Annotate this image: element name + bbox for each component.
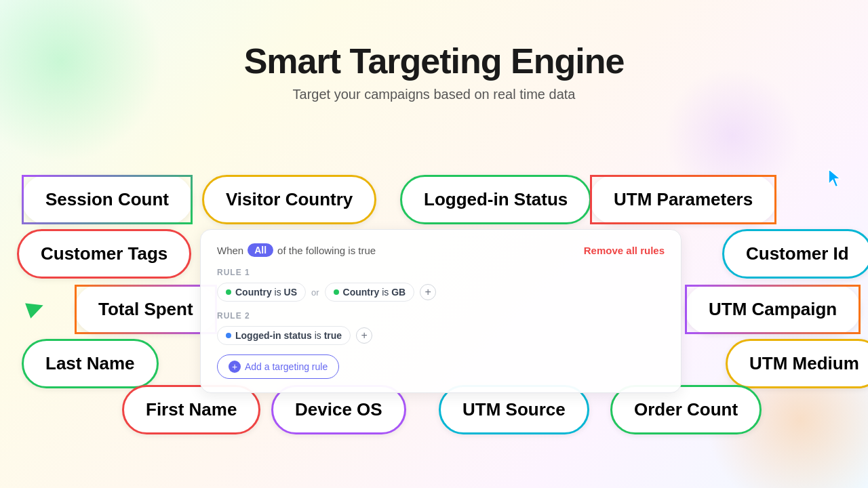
rule-chip-country-us[interactable]: Country is US [217,283,306,302]
rule-1-row: Country is US or Country is GB + [217,283,665,302]
plus-circle-icon: + [229,361,241,373]
pill-customer-tags[interactable]: Customer Tags [17,229,191,279]
pill-session-count[interactable]: Session Count [22,175,193,224]
cursor-icon [826,168,846,188]
rules-panel-header: When All of the following is true Remove… [217,243,665,257]
pill-last-name[interactable]: Last Name [22,339,159,388]
rule-1-label: RULE 1 [217,268,665,277]
rule-2-section: RULE 2 Logged-in status is true + [217,311,665,345]
chip-text: Logged-in status is true [235,330,342,341]
dot-icon [226,333,231,338]
rule-chip-logged-in[interactable]: Logged-in status is true [217,326,351,345]
rule-2-row: Logged-in status is true + [217,326,665,345]
pill-logged-in-status[interactable]: Logged-in Status [400,175,591,224]
pill-utm-parameters[interactable]: UTM Parameters [590,175,776,224]
page-header: Smart Targeting Engine Target your campa… [0,0,868,116]
add-condition-button[interactable]: + [420,284,436,300]
dot-icon [334,289,339,295]
pill-customer-id[interactable]: Customer Id [722,229,868,279]
dot-icon [226,289,231,295]
add-condition-button-2[interactable]: + [356,327,372,344]
remove-all-rules-button[interactable]: Remove all rules [584,245,665,256]
or-separator: or [311,287,319,298]
rules-panel: When All of the following is true Remove… [200,229,682,393]
rule-2-label: RULE 2 [217,311,665,321]
paper-plane-icon: ► [17,288,53,326]
rule-1-section: RULE 1 Country is US or Country is GB + [217,268,665,302]
pill-total-spent[interactable]: Total Spent [75,285,217,334]
all-badge[interactable]: All [248,243,273,257]
of-the-following-text: of the following is true [277,245,376,256]
when-text: When [217,245,243,256]
page-subtitle: Target your campaigns based on real time… [0,87,868,102]
page-container: Smart Targeting Engine Target your campa… [0,0,868,488]
chip-text: Country is US [235,287,297,298]
page-title: Smart Targeting Engine [0,41,868,81]
add-targeting-rule-button[interactable]: + Add a targeting rule [217,354,339,379]
add-rule-label: Add a targeting rule [245,361,328,372]
pill-utm-campaign[interactable]: UTM Campaign [685,285,861,334]
pill-visitor-country[interactable]: Visitor Country [202,175,376,224]
rule-chip-country-gb[interactable]: Country is GB [325,283,415,302]
pill-utm-medium[interactable]: UTM Medium [726,339,868,388]
rules-when-clause: When All of the following is true [217,243,376,257]
chip-text: Country is GB [343,287,406,298]
